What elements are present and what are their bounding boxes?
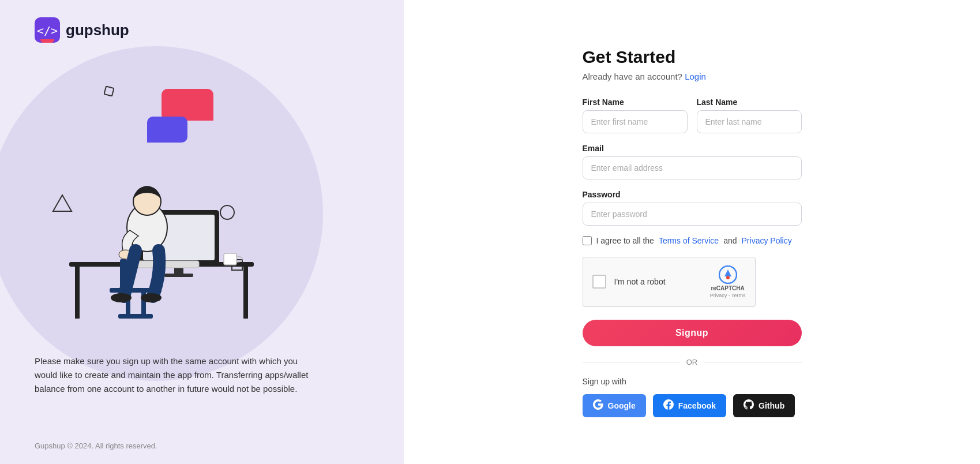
or-line-left (583, 362, 679, 362)
svg-point-24 (141, 293, 162, 302)
email-group: Email (583, 144, 802, 179)
and-text: and (723, 236, 737, 245)
left-panel: </> gupshup (0, 0, 404, 464)
terms-checkbox[interactable] (583, 236, 592, 245)
illustration-area (35, 77, 369, 343)
google-signup-button[interactable]: Google (583, 394, 646, 417)
form-title: Get Started (583, 47, 802, 67)
social-buttons: Google Facebook Github (583, 394, 802, 417)
logo-text: gupshup (66, 21, 129, 39)
svg-text:</>: </> (37, 24, 58, 38)
name-row: First Name Last Name (583, 98, 802, 133)
desk-illustration (40, 135, 271, 331)
svg-rect-14 (224, 253, 236, 265)
shape-small-square (104, 86, 114, 99)
login-link[interactable]: Login (685, 72, 706, 81)
login-prompt: Already have an account? Login (583, 72, 802, 81)
github-icon (744, 399, 754, 412)
facebook-btn-label: Facebook (678, 401, 716, 410)
recaptcha-checkbox[interactable] (592, 275, 606, 289)
email-label: Email (583, 144, 802, 153)
facebook-signup-button[interactable]: Facebook (653, 394, 726, 417)
recaptcha-right: reCAPTCHA Privacy - Terms (710, 265, 746, 298)
sign-up-with-label: Sign up with (583, 377, 802, 386)
svg-rect-8 (243, 267, 248, 319)
facebook-icon (663, 399, 674, 412)
svg-point-26 (726, 276, 730, 279)
svg-rect-18 (118, 314, 153, 319)
logo-icon: </> (35, 17, 60, 43)
svg-rect-12 (164, 274, 193, 277)
or-text: OR (686, 358, 698, 366)
or-divider: OR (583, 358, 802, 366)
last-name-input[interactable] (697, 110, 802, 133)
terms-checkbox-row: I agree to all the Terms of Service and … (583, 236, 802, 245)
github-btn-label: Github (759, 401, 784, 410)
first-name-label: First Name (583, 98, 688, 107)
copyright-text: Gupshup © 2024. All rights reserved. (35, 441, 157, 450)
login-prompt-text: Already have an account? (583, 72, 682, 81)
password-label: Password (583, 190, 802, 199)
password-input[interactable] (583, 203, 802, 226)
speech-bubble-red (162, 89, 213, 121)
github-signup-button[interactable]: Github (733, 394, 795, 417)
recaptcha-terms: Privacy - Terms (710, 293, 746, 298)
description-text: Please make sure you sign up with the sa… (35, 354, 311, 396)
google-btn-label: Google (608, 401, 636, 410)
first-name-group: First Name (583, 98, 688, 133)
or-line-right (704, 362, 801, 362)
email-input[interactable] (583, 156, 802, 179)
svg-rect-7 (75, 267, 80, 319)
recaptcha-label: I'm not a robot (614, 277, 666, 286)
recaptcha-brand: reCAPTCHA (711, 285, 744, 291)
svg-point-23 (111, 293, 132, 302)
recaptcha-logo-icon (719, 265, 737, 284)
signup-form: Get Started Already have an account? Log… (583, 47, 802, 417)
privacy-policy-link[interactable]: Privacy Policy (742, 236, 792, 245)
password-group: Password (583, 190, 802, 226)
svg-rect-2 (104, 86, 114, 96)
right-panel: Get Started Already have an account? Log… (404, 0, 980, 464)
recaptcha-left: I'm not a robot (592, 275, 666, 289)
terms-text: I agree to all the (596, 236, 654, 245)
recaptcha-box[interactable]: I'm not a robot reCAPTCHA Privacy - Term… (583, 257, 756, 307)
first-name-input[interactable] (583, 110, 688, 133)
logo: </> gupshup (35, 17, 129, 43)
google-icon (593, 399, 603, 412)
terms-of-service-link[interactable]: Terms of Service (659, 236, 719, 245)
signup-button[interactable]: Signup (583, 320, 802, 346)
last-name-group: Last Name (697, 98, 802, 133)
last-name-label: Last Name (697, 98, 802, 107)
